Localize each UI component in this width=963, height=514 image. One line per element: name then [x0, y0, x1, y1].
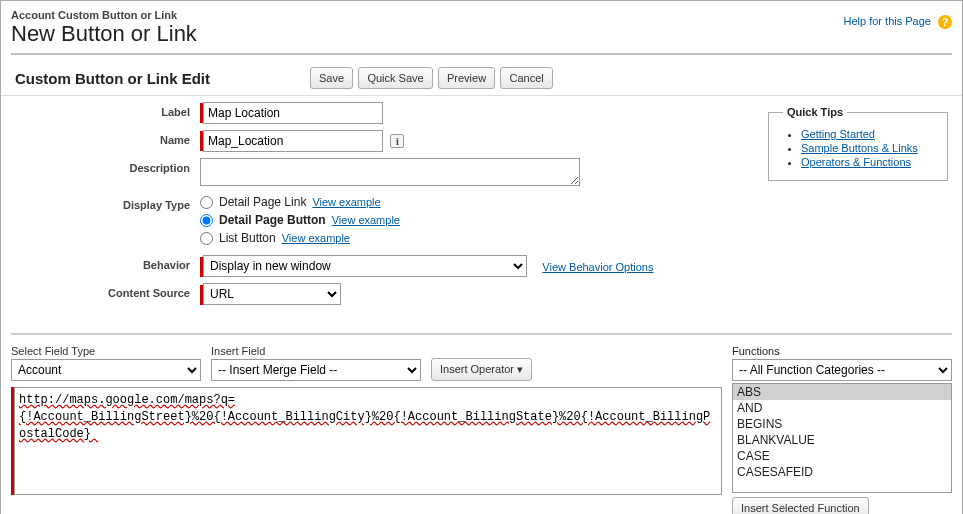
functions-listbox[interactable]: ABS AND BEGINS BLANKVALUE CASE CASESAFEI… — [732, 383, 952, 493]
function-category-select[interactable]: -- All Function Categories -- — [732, 359, 952, 381]
description-label: Description — [15, 158, 200, 174]
tip-sample-buttons[interactable]: Sample Buttons & Links — [801, 142, 918, 154]
function-item[interactable]: CASE — [733, 448, 951, 464]
radio-detail-page-link[interactable] — [200, 196, 213, 209]
name-input[interactable] — [203, 130, 383, 152]
label-label: Label — [15, 102, 200, 118]
view-behavior-options-link[interactable]: View Behavior Options — [542, 261, 653, 273]
example-link-detail-page-link[interactable]: View example — [312, 196, 380, 208]
label-input[interactable] — [203, 102, 383, 124]
quick-tips-panel: Quick Tips Getting Started Sample Button… — [768, 106, 948, 181]
breadcrumb: Account Custom Button or Link — [11, 9, 952, 21]
behavior-select[interactable]: Display in new window — [203, 255, 527, 277]
display-type-label: Display Type — [15, 195, 200, 211]
save-button[interactable]: Save — [310, 67, 353, 89]
section-title: Custom Button or Link Edit — [15, 70, 210, 87]
content-source-select[interactable]: URL — [203, 283, 341, 305]
radio-label-detail-page-link: Detail Page Link — [219, 195, 306, 209]
name-label: Name — [15, 130, 200, 146]
cancel-button[interactable]: Cancel — [500, 67, 552, 89]
content-source-label: Content Source — [15, 283, 200, 299]
quick-tips-title: Quick Tips — [783, 106, 847, 118]
functions-label: Functions — [732, 345, 952, 357]
function-item[interactable]: BLANKVALUE — [733, 432, 951, 448]
insert-field-label: Insert Field — [211, 345, 421, 357]
example-link-detail-page-button[interactable]: View example — [332, 214, 400, 226]
function-item[interactable]: ABS — [733, 384, 951, 400]
button-bar: Save Quick Save Preview Cancel — [310, 67, 555, 89]
function-item[interactable]: BEGINS — [733, 416, 951, 432]
radio-label-detail-page-button: Detail Page Button — [219, 213, 326, 227]
example-link-list-button[interactable]: View example — [282, 232, 350, 244]
select-field-type[interactable]: Account — [11, 359, 201, 381]
info-icon[interactable]: i — [390, 134, 404, 148]
insert-selected-function-button[interactable]: Insert Selected Function — [732, 497, 869, 514]
help-icon[interactable]: ? — [938, 15, 952, 29]
tip-getting-started[interactable]: Getting Started — [801, 128, 875, 140]
radio-label-list-button: List Button — [219, 231, 276, 245]
select-field-type-label: Select Field Type — [11, 345, 201, 357]
function-item[interactable]: CASESAFEID — [733, 464, 951, 480]
insert-field-select[interactable]: -- Insert Merge Field -- — [211, 359, 421, 381]
quick-save-button[interactable]: Quick Save — [358, 67, 432, 89]
radio-detail-page-button[interactable] — [200, 214, 213, 227]
help-page-link[interactable]: Help for this Page — [844, 15, 931, 27]
insert-operator-button[interactable]: Insert Operator ▾ — [431, 358, 532, 381]
url-textarea[interactable] — [14, 387, 722, 495]
tip-operators-functions[interactable]: Operators & Functions — [801, 156, 911, 168]
function-item[interactable]: AND — [733, 400, 951, 416]
radio-list-button[interactable] — [200, 232, 213, 245]
page-title: New Button or Link — [11, 21, 952, 47]
preview-button[interactable]: Preview — [438, 67, 495, 89]
description-input[interactable] — [200, 158, 580, 186]
behavior-label: Behavior — [15, 255, 200, 271]
